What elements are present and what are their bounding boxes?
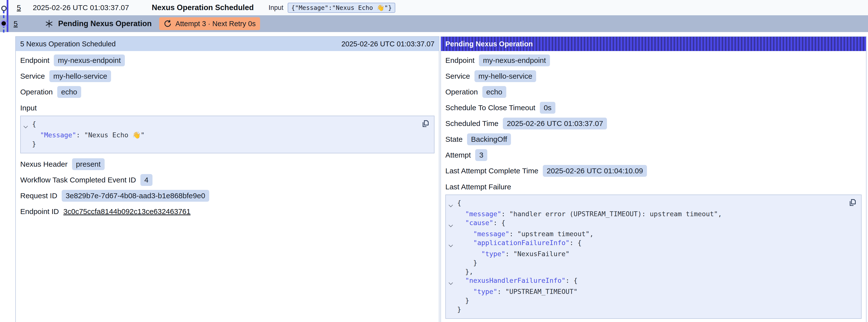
json-key: "applicationFailureInfo" [473, 238, 569, 247]
operation-value-chip: echo [483, 86, 506, 98]
json-line: } [448, 258, 844, 267]
field-label-schedule-to-close-timeout: Schedule To Close Timeout [445, 103, 535, 112]
copy-icon[interactable] [420, 119, 430, 129]
json-line: "cause": { [448, 219, 844, 229]
timeline-active-bar [7, 0, 8, 32]
json-key: "message" [473, 229, 509, 238]
field-row-operation: Operationecho [20, 84, 434, 100]
event-input-chip: {"Message":"Nexus Echo 👋"} [288, 3, 395, 13]
gutter-spacer [448, 296, 457, 298]
gutter-spacer [448, 229, 457, 232]
service-value-chip: my-hello-service [49, 70, 111, 82]
json-text: } [457, 296, 469, 305]
retry-badge: Attempt 3 · Next Retry 0s [159, 17, 260, 30]
collapse-chevron-icon[interactable] [448, 219, 457, 229]
collapse-chevron-icon[interactable] [448, 198, 457, 210]
field-label-operation: Operation [20, 88, 53, 96]
gutter-spacer [448, 287, 457, 289]
json-text: }, [457, 267, 473, 276]
json-key: "type" [482, 250, 505, 258]
field-label-service: Service [445, 72, 470, 80]
field-row-operation: Operationecho [445, 84, 862, 100]
field-row-endpoint: Endpointmy-nexus-endpoint [20, 53, 434, 68]
field-label-attempt: Attempt [445, 151, 471, 159]
json-key: "Message" [40, 131, 76, 139]
field-row-endpoint-id: Endpoint ID3c0c75ccfa8144b092c13ce632463… [20, 204, 434, 219]
json-text: : "Nexus Echo 👋" [76, 131, 145, 139]
request-id-value-chip: 3e829b7e-7d67-4b08-aad3-b1e868bfe9e0 [62, 190, 209, 202]
json-key: "nexusHandlerFailureInfo" [465, 276, 565, 285]
retry-icon [163, 20, 172, 28]
field-label-service: Service [20, 72, 45, 80]
collapse-chevron-icon[interactable] [448, 276, 457, 287]
json-text: : { [565, 276, 578, 285]
json-line: "message": "handler error (UPSTREAM_TIME… [448, 210, 844, 219]
json-text [457, 210, 465, 219]
endpoint-value-chip: my-nexus-endpoint [54, 55, 125, 66]
json-text: } [457, 258, 477, 267]
collapse-chevron-icon[interactable] [448, 238, 457, 250]
event-id-link[interactable]: 5 [17, 3, 21, 12]
timeline-node-current-icon [1, 21, 6, 26]
gutter-spacer [448, 305, 457, 307]
json-line: "message": "upstream timeout", [448, 229, 844, 238]
gutter-spacer [448, 250, 457, 252]
pending-asterisk-icon [45, 20, 53, 28]
event-history-view: 5 2025-02-26 UTC 01:03:37.07 Nexus Opera… [0, 0, 868, 322]
retry-badge-label: Attempt 3 · Next Retry 0s [176, 20, 256, 28]
json-text: : "handler error (UPSTREAM_TIMEOUT): ups… [501, 210, 722, 219]
event-row-pending[interactable]: 5 Pending Nexus Operation Attempt 3 · Ne… [0, 15, 868, 32]
field-label-endpoint-id: Endpoint ID [20, 207, 59, 216]
json-text: : { [493, 219, 505, 227]
input-section-label: Input [20, 100, 434, 114]
json-line: }, [448, 267, 844, 276]
pending-operation-panel: Pending Nexus Operation Endpointmy-nexus… [440, 36, 867, 322]
json-text [32, 131, 40, 139]
field-label-last-attempt-complete-time: Last Attempt Complete Time [445, 167, 538, 175]
json-text: } [457, 305, 461, 314]
json-line: } [448, 305, 844, 314]
workflow-task-completed-event-id-value-chip: 4 [141, 174, 153, 186]
json-key: "type" [473, 287, 497, 296]
field-label-workflow-task-completed-event-id: Workflow Task Completed Event ID [20, 176, 136, 184]
gutter-spacer [23, 139, 32, 142]
field-row-service: Servicemy-hello-service [20, 68, 434, 84]
endpoint-id-link[interactable]: 3c0c75ccfa8144b092c13ce632463761 [63, 207, 190, 216]
collapse-chevron-icon[interactable] [23, 120, 32, 131]
input-json-block: { "Message": "Nexus Echo 👋"} [20, 116, 434, 153]
json-line: "nexusHandlerFailureInfo": { [448, 276, 844, 287]
json-text [457, 250, 482, 258]
scheduled-panel-title: 5 Nexus Operation Scheduled [20, 40, 116, 48]
timeline-node-open-icon [1, 6, 7, 11]
service-value-chip: my-hello-service [474, 70, 536, 82]
copy-icon[interactable] [847, 198, 857, 208]
event-timestamp: 2025-02-26 UTC 01:03:37.07 [33, 3, 129, 12]
operation-value-chip: echo [57, 86, 81, 98]
field-row-workflow-task-completed-event-id: Workflow Task Completed Event ID4 [20, 172, 434, 188]
gutter-spacer [448, 210, 457, 212]
json-line: "type": "NexusFailure" [448, 250, 844, 258]
scheduled-event-panel: 5 Nexus Operation Scheduled 2025-02-26 U… [15, 36, 439, 322]
pending-id-link[interactable]: 5 [13, 20, 18, 28]
event-input-label: Input [269, 4, 283, 11]
field-label-scheduled-time: Scheduled Time [445, 119, 498, 128]
json-line: "type": "UPSTREAM_TIMEOUT" [448, 287, 844, 296]
scheduled-panel-timestamp: 2025-02-26 UTC 01:03:37.07 [341, 40, 434, 48]
event-title: Nexus Operation Scheduled [152, 3, 254, 12]
pending-title: Pending Nexus Operation [58, 19, 152, 28]
field-row-attempt: Attempt3 [445, 147, 862, 163]
field-row-schedule-to-close-timeout: Schedule To Close Timeout0s [445, 100, 862, 116]
json-text [457, 219, 465, 227]
field-label-nexus-header: Nexus Header [20, 160, 68, 168]
pending-panel-title: Pending Nexus Operation [445, 40, 533, 48]
state-value-chip: BackingOff [467, 133, 511, 145]
field-row-endpoint: Endpointmy-nexus-endpoint [445, 53, 862, 68]
json-text: : "NexusFailure" [505, 250, 569, 258]
event-row-scheduled[interactable]: 5 2025-02-26 UTC 01:03:37.07 Nexus Opera… [0, 0, 868, 15]
json-text: { [457, 198, 461, 207]
pending-panel-header: Pending Nexus Operation [441, 37, 866, 51]
field-label-endpoint: Endpoint [20, 56, 49, 65]
attempt-value-chip: 3 [475, 149, 487, 161]
json-line: "Message": "Nexus Echo 👋" [23, 131, 417, 139]
json-text [457, 287, 473, 296]
